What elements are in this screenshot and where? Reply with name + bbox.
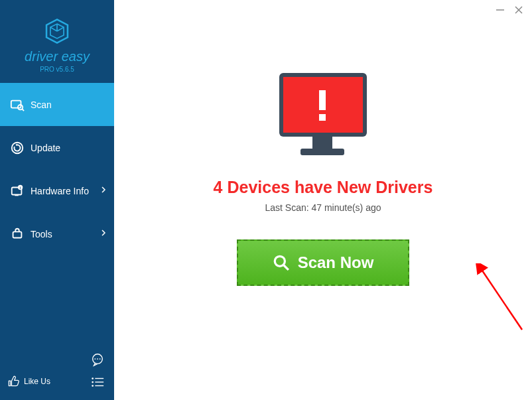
alert-monitor-illustration — [273, 72, 373, 158]
svg-rect-17 — [13, 232, 22, 237]
update-icon — [9, 140, 25, 156]
sidebar-item-tools[interactable]: Tools — [0, 212, 114, 255]
minimize-icon — [496, 5, 505, 15]
app-logo-icon — [43, 17, 71, 45]
hardware-info-icon: i — [9, 183, 25, 199]
close-button[interactable] — [513, 5, 524, 15]
speech-bubble-icon — [90, 352, 105, 367]
svg-line-35 — [283, 265, 289, 270]
tools-icon — [9, 226, 25, 242]
svg-line-7 — [57, 27, 64, 31]
svg-point-19 — [94, 358, 96, 360]
sidebar-item-scan[interactable]: Scan — [0, 83, 114, 126]
sidebar-bottom: Like Us — [0, 354, 114, 400]
svg-rect-8 — [11, 100, 21, 107]
annotation-arrow — [476, 263, 529, 336]
svg-point-22 — [92, 377, 94, 379]
sidebar-item-label: Hardware Info — [31, 186, 89, 196]
sidebar-item-update[interactable]: Update — [0, 126, 114, 169]
thumbs-up-icon — [7, 375, 20, 388]
sidebar-item-label: Scan — [31, 100, 52, 110]
scan-button-label: Scan Now — [298, 253, 374, 272]
menu-button[interactable] — [90, 375, 105, 389]
svg-rect-14 — [15, 194, 18, 196]
scan-icon — [9, 97, 25, 113]
last-scan-text: Last Scan: 47 minute(s) ago — [265, 202, 381, 213]
svg-line-10 — [22, 109, 24, 111]
feedback-button[interactable] — [90, 352, 105, 367]
sidebar: driver easy PRO v5.6.5 Scan Update — [0, 0, 114, 400]
svg-point-26 — [92, 385, 94, 387]
close-icon — [514, 5, 523, 15]
window-titlebar — [495, 0, 532, 20]
svg-point-21 — [100, 358, 101, 360]
scan-now-button[interactable]: Scan Now — [237, 239, 409, 286]
svg-point-20 — [97, 358, 98, 360]
search-icon — [273, 254, 290, 271]
menu-lines-icon — [90, 375, 105, 389]
chevron-right-icon — [101, 186, 106, 196]
svg-rect-32 — [312, 137, 332, 149]
like-us-label: Like Us — [24, 377, 50, 386]
status-headline: 4 Devices have New Drivers — [214, 178, 433, 197]
svg-rect-30 — [319, 90, 326, 110]
sidebar-item-label: Update — [31, 143, 60, 153]
svg-point-34 — [275, 256, 285, 266]
svg-line-6 — [50, 27, 57, 31]
svg-point-24 — [92, 381, 94, 383]
sidebar-item-hardware-info[interactable]: i Hardware Info — [0, 169, 114, 212]
svg-marker-12 — [15, 143, 17, 146]
brand-name: driver easy — [25, 49, 90, 64]
sidebar-item-label: Tools — [31, 229, 52, 239]
chevron-right-icon — [101, 229, 106, 239]
like-us-button[interactable]: Like Us — [7, 375, 50, 388]
main-content: 4 Devices have New Drivers Last Scan: 47… — [114, 0, 532, 400]
minimize-button[interactable] — [495, 5, 505, 15]
logo-section: driver easy PRO v5.6.5 — [0, 0, 114, 83]
svg-line-37 — [481, 269, 522, 330]
version-label: PRO v5.6.5 — [40, 66, 74, 73]
svg-rect-31 — [319, 114, 326, 121]
svg-rect-33 — [300, 149, 344, 155]
